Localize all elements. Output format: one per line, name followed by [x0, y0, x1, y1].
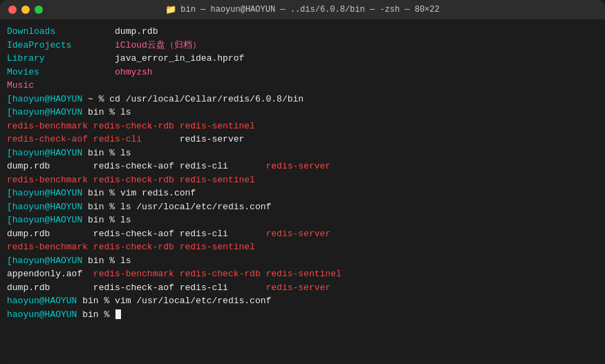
ls-output-2b: redis-benchmark redis-check-rdb redis-se…: [7, 173, 598, 187]
cmd-ls-2: [haoyun@HAOYUN bin % ls: [7, 146, 598, 160]
traffic-lights: [8, 6, 43, 14]
sidebar-row-3: Library java_error_in_idea.hprof: [7, 52, 598, 66]
cmd-final-prompt: haoyun@HAOYUN bin %: [7, 308, 598, 322]
terminal-body[interactable]: Downloads dump.rdb IdeaProjects iCloud云盘…: [0, 19, 605, 364]
maximize-button[interactable]: [35, 6, 43, 14]
ls-output-3a: dump.rdb redis-check-aof redis-cli redis…: [7, 227, 598, 241]
ls-output-3b: redis-benchmark redis-check-rdb redis-se…: [7, 240, 598, 254]
terminal-window: 📁 bin — haoyun@HAOYUN — ..dis/6.0.8/bin …: [0, 0, 605, 364]
sidebar-row-4: Movies ohmyzsh: [7, 66, 598, 79]
ls-output-4a: appendonly.aof redis-benchmark redis-che…: [7, 267, 598, 281]
cursor: [115, 309, 121, 319]
cmd-ls-etc: [haoyun@HAOYUN bin % ls /usr/local/etc/r…: [7, 200, 598, 214]
window-title: 📁 bin — haoyun@HAOYUN — ..dis/6.0.8/bin …: [165, 4, 439, 15]
cmd-vim-1: [haoyun@HAOYUN bin % vim redis.conf: [7, 186, 598, 200]
sidebar-row-1: Downloads dump.rdb: [7, 25, 598, 39]
cmd-ls-1: [haoyun@HAOYUN bin % ls: [7, 106, 598, 119]
cmd-cd: [haoyun@HAOYUN ~ % cd /usr/local/Cellar/…: [7, 93, 598, 106]
folder-icon: 📁: [165, 4, 176, 15]
close-button[interactable]: [8, 6, 17, 14]
ls-output-1b: redis-check-aof redis-cli redis-server: [7, 133, 598, 146]
cmd-ls-3: [haoyun@HAOYUN bin % ls: [7, 213, 598, 227]
minimize-button[interactable]: [21, 6, 30, 14]
sidebar-row-2: IdeaProjects iCloud云盘（归档）: [7, 39, 598, 52]
sidebar-row-5: Music: [7, 79, 598, 93]
ls-output-4b: dump.rdb redis-check-aof redis-cli redis…: [7, 281, 598, 295]
cmd-ls-4: [haoyun@HAOYUN bin % ls: [7, 254, 598, 268]
ls-output-1a: redis-benchmark redis-check-rdb redis-se…: [7, 119, 598, 133]
cmd-vim-2: haoyun@HAOYUN bin % vim /usr/local/etc/r…: [7, 294, 598, 308]
titlebar: 📁 bin — haoyun@HAOYUN — ..dis/6.0.8/bin …: [0, 0, 605, 19]
title-text: bin — haoyun@HAOYUN — ..dis/6.0.8/bin — …: [180, 5, 439, 15]
ls-output-2a: dump.rdb redis-check-aof redis-cli redis…: [7, 160, 598, 173]
